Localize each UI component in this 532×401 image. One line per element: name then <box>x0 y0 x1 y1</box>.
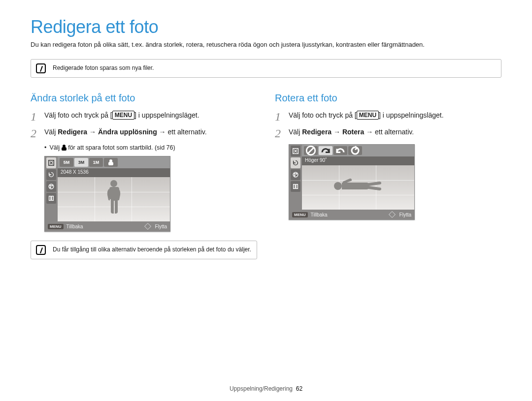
step-number: 1 <box>275 111 285 123</box>
startup-image-icon <box>62 145 66 151</box>
intro-text: Du kan redigera foton på olika sätt, t.e… <box>31 40 501 49</box>
opt-left90 <box>333 146 347 155</box>
screenshot-resize: 5M 3M 1M 2048 X 1536 <box>44 156 170 232</box>
menu-key-icon: MENU <box>292 212 308 217</box>
option-bar: 5M 3M 1M <box>58 156 170 168</box>
svg-point-12 <box>294 175 295 176</box>
svg-rect-13 <box>294 185 296 189</box>
opt-off <box>304 146 318 155</box>
footer-page-number: 62 <box>296 385 302 392</box>
menu-chip: MENU <box>112 111 134 120</box>
option-caption: 2048 X 1536 <box>58 168 170 177</box>
resize-step-2: 2 Välj Redigera → Ändra upplösning → ett… <box>31 127 257 139</box>
screenshot-rotate: Höger 90˚ <box>289 144 415 220</box>
back-label: Tillbaka <box>66 224 83 229</box>
step-text-bold: Redigera <box>58 128 87 136</box>
pencil-note-icon <box>36 245 46 255</box>
opt-5m: 5M <box>60 158 73 167</box>
preview-area <box>302 165 414 210</box>
sidebar-icon-palette <box>291 169 300 180</box>
svg-rect-6 <box>52 196 54 201</box>
step-text: Välj <box>44 128 58 136</box>
svg-point-11 <box>296 174 297 175</box>
sidebar-icon-resize <box>291 146 300 156</box>
step-text: ] i uppspelningsläget. <box>379 111 444 119</box>
sidebar-icon-rotate <box>46 169 56 180</box>
menu-chip: MENU <box>357 111 379 120</box>
heading-rotate: Rotera ett foto <box>275 93 501 104</box>
opt-180 <box>348 146 362 155</box>
dpad-icon <box>388 211 395 218</box>
bullet-text: Välj <box>49 144 61 151</box>
svg-point-1 <box>49 184 54 189</box>
svg-rect-5 <box>49 196 51 201</box>
svg-point-2 <box>50 185 51 186</box>
step-text: ] i uppspelningsläget. <box>134 111 200 119</box>
step-text: Välj <box>289 128 302 136</box>
page-footer: Uppspelning/Redigering 62 <box>0 385 532 392</box>
col-resize: Ändra storlek på ett foto 1 Välj foto oc… <box>31 93 257 274</box>
svg-point-4 <box>50 187 51 188</box>
sidebar-icon-adjust <box>46 193 56 204</box>
note-bottom-text: Du får tillgång till olika alternativ be… <box>53 245 251 253</box>
bullet-text: för att spara fotot som startbild. (sid … <box>66 144 175 151</box>
svg-point-3 <box>52 185 53 186</box>
menu-key-icon: MENU <box>48 224 64 229</box>
step-number: 1 <box>31 111 40 123</box>
opt-right90 <box>319 146 332 155</box>
svg-point-16 <box>334 182 342 190</box>
edit-sidebar <box>289 145 302 210</box>
note-bottom: Du får tillgång till olika alternativ be… <box>31 241 257 259</box>
screenshot-footer: MENU Tillbaka Flytta <box>45 221 170 231</box>
preview-area <box>58 177 170 221</box>
move-label: Flytta <box>155 224 167 229</box>
step-text-bold: Rotera <box>342 128 364 136</box>
svg-point-7 <box>110 180 117 187</box>
opt-1m: 1M <box>89 158 103 167</box>
dpad-icon <box>144 223 151 230</box>
silhouette-lying-icon <box>331 177 385 195</box>
svg-point-10 <box>294 174 295 175</box>
resize-step-1: 1 Välj foto och tryck på [MENU] i uppspe… <box>31 111 257 123</box>
option-caption: Höger 90˚ <box>302 156 414 165</box>
silhouette-standing-icon <box>103 179 124 221</box>
svg-rect-14 <box>296 185 298 189</box>
note-top: Redigerade foton sparas som nya filer. <box>31 59 501 78</box>
step-text: Välj foto och tryck på [ <box>289 111 357 119</box>
pencil-note-icon <box>36 63 46 73</box>
screenshot-footer: MENU Tillbaka Flytta <box>289 210 414 219</box>
step-text-bold: Ändra upplösning <box>98 128 157 136</box>
rotate-step-2: 2 Välj Redigera → Rotera → ett alternati… <box>275 127 501 139</box>
note-top-text: Redigerade foton sparas som nya filer. <box>53 63 154 71</box>
sidebar-icon-adjust <box>291 181 300 192</box>
arrow-text: → <box>87 128 98 136</box>
option-bar <box>302 145 414 156</box>
step-text-bold: Redigera <box>302 128 332 136</box>
footer-section: Uppspelning/Redigering <box>230 385 293 392</box>
step-text: Välj foto och tryck på [ <box>44 111 112 119</box>
heading-resize: Ändra storlek på ett foto <box>31 93 257 104</box>
step-text: → ett alternativ. <box>157 128 207 136</box>
svg-point-9 <box>293 172 298 177</box>
sidebar-icon-resize <box>46 157 56 168</box>
page-title: Redigera ett foto <box>31 17 501 37</box>
step-number: 2 <box>31 127 40 139</box>
opt-3m: 3M <box>74 158 88 167</box>
col-rotate: Rotera ett foto 1 Välj foto och tryck på… <box>275 93 501 274</box>
sidebar-icon-rotate <box>291 157 300 168</box>
step-text: → ett alternativ. <box>364 128 414 136</box>
step-number: 2 <box>275 127 285 139</box>
edit-sidebar <box>45 156 58 221</box>
opt-startimg <box>104 158 118 167</box>
sidebar-icon-palette <box>46 181 56 192</box>
resize-bullet: Välj för att spara fotot som startbild. … <box>44 144 257 151</box>
back-label: Tillbaka <box>311 212 328 217</box>
rotate-step-1: 1 Välj foto och tryck på [MENU] i uppspe… <box>275 111 501 123</box>
move-label: Flytta <box>399 212 411 217</box>
arrow-text: → <box>332 128 342 136</box>
